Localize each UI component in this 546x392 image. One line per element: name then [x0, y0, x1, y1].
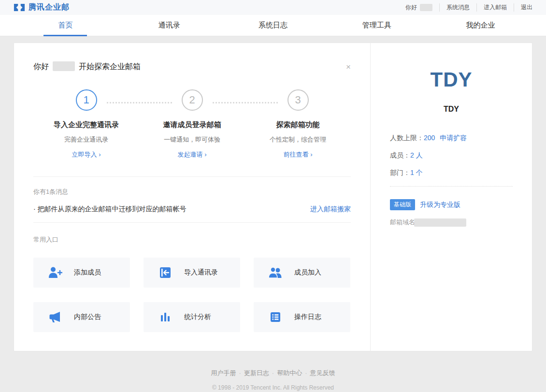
stat-label: 人数上限：	[390, 134, 424, 142]
close-icon[interactable]: ×	[346, 63, 351, 71]
stat-value: 200	[424, 134, 435, 142]
step-title: 邀请成员登录邮箱	[139, 120, 245, 130]
footer-separator: ·	[239, 369, 241, 377]
greeting-text: 你好	[405, 3, 417, 12]
topbar: 腾讯企业邮 你好 系统消息 进入邮箱 退出	[0, 0, 546, 15]
step-subtitle: 个性定制，综合管理	[245, 135, 351, 144]
tab-system-logs[interactable]: 系统日志	[221, 15, 325, 36]
shortcut-statistics[interactable]: 统计分析	[144, 302, 240, 332]
upgrade-link[interactable]: 升级为专业版	[420, 201, 460, 209]
onboarding-steps: 1 导入企业完整通讯录 完善企业通讯录 立即导入 › 2 邀请成员登录邮箱 一键…	[33, 89, 351, 159]
message-text: · 把邮件从原来的企业邮箱中迁移到对应的邮箱帐号	[33, 205, 187, 214]
dashboard-left: 你好开始探索企业邮箱 × 1 导入企业完整通讯录 完善企业通讯录 立即导入 › …	[14, 43, 370, 351]
step-invite-members: 2 邀请成员登录邮箱 一键通知，即可体验 发起邀请 ›	[139, 89, 245, 159]
step-number-badge: 1	[76, 89, 97, 111]
stat-label: 成员：	[390, 151, 410, 159]
shortcuts-header: 常用入口	[33, 235, 351, 244]
member-join-icon	[268, 267, 283, 278]
domain-label: 邮箱域名	[390, 218, 415, 227]
mailbox-migration-link[interactable]: 进入邮箱搬家	[310, 205, 351, 214]
shortcut-operation-log[interactable]: 操作日志	[254, 302, 350, 332]
redacted-domain	[414, 218, 466, 227]
company-logo-text: TDY	[390, 68, 513, 91]
tab-my-company[interactable]: 我的企业	[429, 15, 532, 36]
copyright: © 1998 - 2019 Tencent Inc. All Rights Re…	[14, 384, 532, 391]
top-links: 你好 系统消息 进入邮箱 退出	[405, 3, 532, 12]
step-subtitle: 完善企业通讯录	[33, 135, 139, 144]
company-panel: TDY TDY 人数上限：200申请扩容 成员：2 人 部门：1 个 基础版 升…	[370, 43, 532, 351]
enter-mailbox-link[interactable]: 进入邮箱	[476, 3, 514, 12]
step-number-badge: 2	[182, 89, 203, 111]
import-now-link[interactable]: 立即导入 ›	[72, 150, 101, 159]
shortcut-label: 操作日志	[294, 313, 321, 321]
welcome-greeting: 你好	[33, 62, 49, 71]
step-explore-features: 3 探索邮箱功能 个性定制，综合管理 前往查看 ›	[245, 89, 351, 159]
system-messages-link[interactable]: 系统消息	[439, 3, 476, 12]
welcome-suffix: 开始探索企业邮箱	[79, 62, 141, 71]
tab-contacts[interactable]: 通讯录	[117, 15, 221, 36]
section-divider	[33, 176, 351, 177]
messages-header: 你有1条消息	[33, 188, 351, 196]
shortcut-label: 内部公告	[74, 313, 101, 321]
footer: 用户手册·更新日志·帮助中心·意见反馈 © 1998 - 2019 Tencen…	[14, 369, 532, 391]
tab-admin-tools[interactable]: 管理工具	[325, 15, 429, 36]
add-member-icon	[48, 267, 62, 278]
send-invite-link[interactable]: 发起邀请 ›	[178, 150, 207, 159]
stat-label: 部门：	[390, 169, 410, 176]
statistics-icon	[158, 312, 172, 322]
shortcut-label: 统计分析	[184, 313, 211, 321]
main-nav: 首页 通讯录 系统日志 管理工具 我的企业	[0, 15, 546, 36]
tab-home[interactable]: 首页	[14, 15, 117, 36]
mail-domain-row: 邮箱域名	[390, 218, 513, 227]
company-name: TDY	[390, 105, 513, 114]
shortcut-label: 成员加入	[294, 268, 321, 277]
redacted-welcome-name	[53, 61, 75, 71]
step-subtitle: 一键通知，即可体验	[139, 135, 245, 144]
changelog-link[interactable]: 更新日志	[244, 369, 269, 377]
greeting: 你好	[405, 3, 439, 12]
import-contacts-icon	[158, 267, 172, 278]
step-number-badge: 3	[287, 89, 309, 111]
step-title: 探索邮箱功能	[245, 120, 351, 130]
edition-badge: 基础版	[390, 199, 415, 210]
stat-departments: 部门：1 个	[390, 169, 513, 177]
step-import-contacts: 1 导入企业完整通讯录 完善企业通讯录 立即导入 ›	[33, 89, 139, 159]
edition-row: 基础版 升级为专业版	[390, 199, 513, 210]
welcome-banner: 你好开始探索企业邮箱 ×	[33, 43, 351, 72]
stat-value: 1 个	[410, 169, 423, 176]
message-row: · 把邮件从原来的企业邮箱中迁移到对应的邮箱帐号 进入邮箱搬家	[33, 205, 351, 223]
stat-value: 2 人	[410, 151, 423, 159]
redacted-username	[420, 4, 432, 11]
panel-divider	[390, 186, 513, 187]
shortcut-member-join[interactable]: 成员加入	[254, 258, 350, 288]
feedback-link[interactable]: 意见反馈	[310, 369, 335, 377]
stat-members: 成员：2 人	[390, 151, 513, 160]
footer-separator: ·	[305, 369, 307, 377]
stat-member-limit: 人数上限：200申请扩容	[390, 134, 513, 143]
company-stats: 人数上限：200申请扩容 成员：2 人 部门：1 个	[390, 134, 513, 177]
shortcut-label: 导入通讯录	[184, 268, 218, 277]
logo-text: 腾讯企业邮	[29, 2, 70, 13]
welcome-title: 你好开始探索企业邮箱	[33, 61, 141, 72]
exmail-logo-icon	[14, 3, 25, 12]
shortcut-announcement[interactable]: 内部公告	[33, 302, 130, 332]
dashboard-card: 你好开始探索企业邮箱 × 1 导入企业完整通讯录 完善企业通讯录 立即导入 › …	[14, 43, 532, 351]
help-center-link[interactable]: 帮助中心	[277, 369, 302, 377]
footer-links: 用户手册·更新日志·帮助中心·意见反馈	[14, 369, 532, 377]
main-content: 你好开始探索企业邮箱 × 1 导入企业完整通讯录 完善企业通讯录 立即导入 › …	[0, 36, 546, 391]
footer-separator: ·	[272, 369, 274, 377]
shortcut-label: 添加成员	[74, 268, 101, 277]
shortcuts-grid: 添加成员 导入通讯录	[33, 258, 351, 332]
go-view-link[interactable]: 前往查看 ›	[284, 150, 313, 159]
operation-log-icon	[268, 312, 283, 322]
exmail-logo[interactable]: 腾讯企业邮	[14, 2, 70, 13]
shortcut-import-contacts[interactable]: 导入通讯录	[144, 258, 240, 288]
step-title: 导入企业完整通讯录	[33, 120, 139, 130]
logout-link[interactable]: 退出	[514, 3, 532, 12]
user-manual-link[interactable]: 用户手册	[211, 369, 236, 377]
request-expansion-link[interactable]: 申请扩容	[440, 134, 467, 142]
shortcut-add-member[interactable]: 添加成员	[33, 258, 130, 288]
announcement-icon	[48, 311, 62, 323]
